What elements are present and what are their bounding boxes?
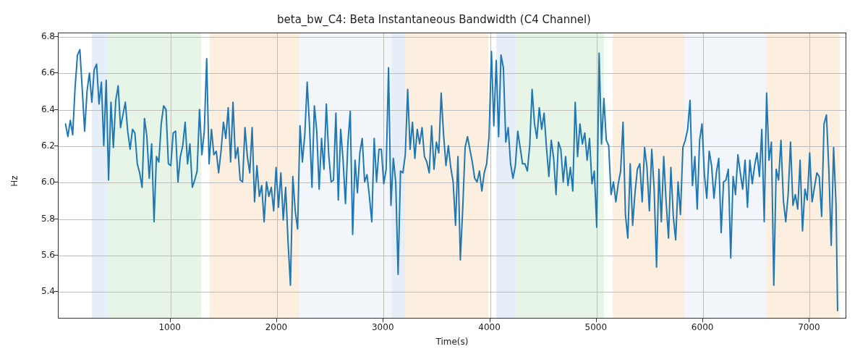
x-tick-label: 2000 [265, 322, 288, 332]
y-tick-mark [54, 219, 58, 219]
y-tick-label: 6.2 [12, 140, 55, 151]
y-tick-mark [54, 36, 58, 37]
line-series [59, 33, 846, 318]
plot-area [58, 33, 846, 319]
x-tick-mark [170, 319, 171, 322]
x-tick-label: 1000 [158, 322, 181, 332]
x-tick-mark [596, 319, 597, 322]
y-tick-mark [54, 146, 58, 146]
chart-title: beta_bw_C4: Beta Instantaneous Bandwidth… [0, 13, 868, 26]
y-tick-label: 6.8 [12, 31, 55, 41]
y-tick-label: 6.4 [12, 104, 55, 114]
x-tick-mark [702, 319, 703, 322]
x-tick-mark [490, 319, 490, 322]
x-tick-label: 3000 [372, 322, 394, 332]
x-tick-label: 5000 [585, 322, 608, 332]
x-tick-label: 4000 [478, 322, 501, 332]
x-tick-mark [276, 319, 277, 322]
y-tick-mark [54, 255, 58, 256]
x-tick-mark [809, 319, 809, 322]
y-tick-label: 5.4 [12, 286, 55, 296]
x-tick-label: 6000 [692, 322, 714, 332]
y-tick-label: 5.6 [12, 250, 55, 260]
bandwidth-line [66, 50, 838, 311]
y-tick-label: 5.8 [12, 214, 55, 224]
x-axis-label: Time(s) [58, 337, 846, 347]
x-tick-mark [383, 319, 383, 322]
y-tick-label: 6.6 [12, 67, 55, 77]
y-tick-mark [54, 109, 58, 110]
x-tick-label: 7000 [798, 322, 820, 332]
y-tick-mark [54, 182, 58, 182]
y-tick-label: 6.0 [12, 177, 55, 187]
figure: beta_bw_C4: Beta Instantaneous Bandwidth… [0, 0, 868, 362]
y-tick-mark [54, 291, 58, 292]
y-tick-mark [54, 72, 58, 73]
